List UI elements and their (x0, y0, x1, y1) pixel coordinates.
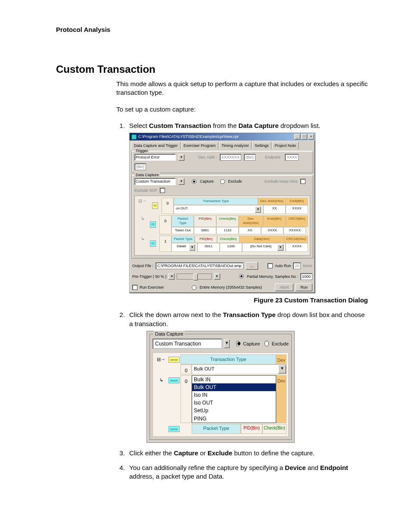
packet-icon: ▭ (150, 221, 156, 228)
endpoint-field[interactable]: XXXX (285, 154, 299, 161)
chevron-down-icon[interactable]: ▼ (278, 365, 286, 373)
arrow-icon: ↳ (137, 215, 146, 234)
col-hdr: Endl(Bin) (286, 198, 308, 205)
data-select[interactable]: [Do Not Care]▼ (242, 243, 286, 252)
chevron-down-icon[interactable]: ▼ (189, 244, 195, 251)
tree-connector-icon: ⊟→ (155, 355, 168, 374)
cell-value[interactable]: XX (263, 205, 286, 214)
list-item[interactable]: Bulk IN (192, 376, 276, 383)
list-item[interactable]: Bulk OUT (192, 383, 276, 391)
partial-memory-radio[interactable] (239, 274, 244, 279)
chevron-down-icon[interactable]: ▼ (224, 339, 230, 348)
dev-addr-field[interactable]: XXXXXXX (220, 154, 241, 161)
tab-project-note[interactable]: Project Note (272, 142, 299, 149)
transaction-type-header: Transaction Type (181, 355, 276, 364)
run-exerciser-check[interactable] (132, 285, 137, 290)
tab-settings[interactable]: Settings (252, 142, 271, 149)
col-hdr: PID(Bin) (195, 236, 217, 243)
packet-icon: ▭ (152, 202, 158, 209)
data-capture-select[interactable]: Custom Transaction (153, 339, 222, 349)
exclude-radio[interactable] (265, 341, 268, 346)
running-header: Protocol Analysis (56, 26, 368, 33)
chevron-down-icon[interactable]: ▼ (178, 154, 184, 161)
run-exerciser-label: Run Exerciser (140, 285, 164, 290)
window-titlebar: C:\Program Files\CATALYST\SBAE\Examples\… (130, 133, 315, 140)
cell-value[interactable]: XXXX (286, 205, 308, 214)
col-hdr: CRC16(Hex) (284, 236, 308, 243)
transaction-type-select[interactable]: on OUT ▼ (174, 205, 263, 214)
list-item[interactable]: PING (192, 415, 276, 423)
exclude-keepalive-label: Exclude Keep Alive (265, 179, 298, 184)
trigger-group: Trigger Protocol Error▼ Dev. Addr : XXXX… (131, 151, 313, 173)
custom-transaction-dialog: C:\Program Files\CATALYST\SBAE\Examples\… (129, 133, 315, 293)
list-item[interactable]: SetUp (192, 407, 276, 414)
transaction-type-select[interactable]: Bulk OUT▼ (192, 364, 286, 374)
pid-header: PID(Bin) (241, 424, 262, 434)
col-hdr: Packet Type (171, 236, 195, 243)
packet-icon: ▭ (150, 240, 156, 247)
capture-radio[interactable] (236, 341, 240, 346)
list-item[interactable]: Iso OUT (192, 399, 276, 407)
transaction-type-options[interactable]: Bulk IN Bulk OUT Iso IN Iso OUT SetUp PI… (192, 375, 276, 423)
capture-radio[interactable] (192, 179, 196, 184)
col-hdr: Check(Bin) (216, 215, 239, 227)
packet-icon: ▭▭ (168, 357, 180, 363)
exclude-sof-label: Exclude SOF (134, 188, 157, 193)
row-number: 0 (159, 215, 171, 234)
row-number: 1 (159, 236, 171, 252)
samples-field[interactable]: 1000 (300, 273, 312, 280)
page-title: Custom Transaction (56, 63, 368, 75)
figure-caption: Figure 23 Custom Transaction Dialog (129, 296, 368, 305)
endpoint-label: Endpoint : (265, 155, 283, 160)
cell-value: 1110 (216, 227, 239, 234)
cell-value: XXXX (261, 227, 283, 234)
tab-exerciser[interactable]: Exerciser Program (181, 142, 218, 149)
chevron-down-icon[interactable]: ▼ (277, 244, 283, 251)
tab-timing[interactable]: Timing Analyzer (219, 142, 252, 149)
dev-addr-unit: (Bin) (244, 154, 255, 161)
data-capture-group: Data Capture Custom Transaction▼ Capture… (131, 175, 313, 258)
output-file-field[interactable]: C:\PROGRAM FILES\CATALYST\SBAE\Out.smp (156, 262, 243, 269)
exclude-radio[interactable] (220, 179, 225, 184)
browse-button[interactable]: ... (246, 262, 258, 270)
dev-header: Dev (276, 355, 286, 364)
packet-icon: ▭▭ (168, 426, 180, 432)
packet-type-header: Packet Type (192, 424, 241, 434)
step-4: You can additionally refine the capture … (127, 464, 368, 481)
data-capture-legend: Data Capture (153, 331, 185, 337)
close-button[interactable]: × (308, 134, 314, 140)
trigger-legend: Trigger (134, 148, 149, 153)
data-capture-zoom: Data Capture Custom Transaction▼ Capture… (146, 331, 295, 443)
list-item[interactable]: Iso IN (192, 391, 276, 399)
packet-type-select[interactable]: Data0▼ (171, 243, 197, 252)
cell-value: XXXXX (283, 227, 306, 234)
data-capture-select[interactable]: Custom Transaction (134, 178, 176, 185)
dev-header: Dev (276, 375, 286, 423)
row-number: 0 (181, 364, 192, 374)
cell-value: XX (239, 227, 261, 234)
chevron-down-icon[interactable]: ▼ (255, 206, 261, 213)
entire-memory-radio[interactable] (192, 285, 196, 290)
scroll-left-icon[interactable]: ◄ (168, 273, 174, 280)
col-hdr: Endl(Bin) (263, 215, 286, 227)
step-3: Click either the Capture or Exclude butt… (127, 449, 368, 457)
col-hdr: PID(Bin) (194, 215, 216, 227)
chevron-down-icon[interactable]: ▼ (178, 178, 184, 185)
step-2: Click the down arrow next to the Transac… (127, 311, 368, 442)
auto-run-unit: times (303, 263, 312, 268)
row-number: 0 (162, 198, 174, 214)
col-hdr: Data(Hex) (240, 236, 284, 243)
minimize-button[interactable]: _ (294, 134, 300, 140)
abort-button[interactable]: Abort (275, 283, 294, 291)
maximize-button[interactable]: □ (301, 134, 307, 140)
col-hdr: Transaction Type (174, 198, 258, 205)
auto-run-check[interactable] (268, 263, 273, 268)
exclude-keepalive-check[interactable] (300, 179, 305, 184)
run-button[interactable]: Run (296, 283, 312, 291)
exclude-sof-check[interactable] (160, 188, 165, 193)
pretrigger-slider[interactable] (177, 274, 212, 280)
pretrigger-label: Pre-Trigger ( 50 % ) (132, 274, 166, 279)
trigger-select[interactable]: Protocol Error (134, 154, 176, 161)
scroll-right-icon[interactable]: ► (214, 273, 220, 280)
auto-run-value[interactable]: 20 (293, 262, 301, 269)
